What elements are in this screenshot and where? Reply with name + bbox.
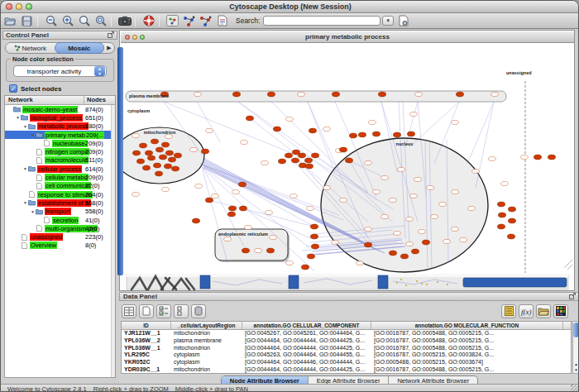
network-node-outline[interactable] bbox=[406, 217, 414, 221]
zoom-fit-icon[interactable] bbox=[93, 14, 108, 27]
tree-row[interactable]: ▼establishment of lo558(0) bbox=[5, 198, 115, 207]
network-node-outline[interactable] bbox=[501, 181, 509, 185]
table-column-header[interactable]: annotation.GO MOLECULAR_FUNCTION bbox=[371, 322, 563, 329]
tree-row[interactable]: secretion41(0) bbox=[5, 216, 115, 224]
network-node[interactable] bbox=[400, 254, 408, 259]
unselect-attributes-icon[interactable] bbox=[174, 304, 189, 318]
network-node-outline[interactable] bbox=[369, 120, 376, 124]
network-node-outline[interactable] bbox=[323, 127, 331, 131]
network-node[interactable] bbox=[168, 157, 175, 162]
network-frame-icon[interactable] bbox=[165, 14, 179, 27]
network-node-outline[interactable] bbox=[365, 160, 372, 165]
network-node[interactable] bbox=[311, 244, 318, 249]
network-node-outline[interactable] bbox=[332, 240, 339, 244]
network-node-outline[interactable] bbox=[255, 248, 262, 252]
network-node-outline[interactable] bbox=[472, 169, 480, 173]
tree-row[interactable]: cellular metabo209(0) bbox=[5, 173, 115, 181]
network-node[interactable] bbox=[192, 218, 199, 223]
import-folder-icon[interactable] bbox=[536, 304, 551, 318]
disclosure-triangle-icon[interactable]: ▼ bbox=[15, 115, 21, 120]
network-node[interactable] bbox=[132, 151, 140, 155]
float-panel-icon[interactable] bbox=[108, 31, 114, 40]
network-node[interactable] bbox=[161, 142, 169, 147]
attribute-list-icon[interactable] bbox=[501, 304, 516, 318]
layout-blue-icon[interactable] bbox=[182, 14, 196, 27]
network-node-outline[interactable] bbox=[224, 237, 232, 241]
table-scrollbar[interactable]: ▲▼ bbox=[572, 321, 579, 374]
node-color-dropdown[interactable]: transporter activity ▲▼ bbox=[13, 65, 107, 77]
disclosure-triangle-icon[interactable]: ▼ bbox=[22, 166, 28, 171]
disclosure-triangle-icon[interactable]: ▼ bbox=[22, 124, 28, 129]
network-node-outline[interactable] bbox=[381, 175, 389, 179]
network-node[interactable] bbox=[345, 158, 352, 163]
network-node[interactable] bbox=[332, 92, 339, 97]
network-node[interactable] bbox=[497, 224, 505, 229]
network-node[interactable] bbox=[246, 116, 253, 121]
table-column-header[interactable]: annotation.GO CELLULAR_COMPONENT bbox=[242, 322, 371, 329]
network-node-outline[interactable] bbox=[190, 147, 198, 151]
network-node[interactable] bbox=[153, 163, 160, 168]
network-node[interactable] bbox=[159, 155, 166, 160]
network-node-outline[interactable] bbox=[460, 237, 467, 241]
network-node[interactable] bbox=[393, 132, 400, 137]
network-node[interactable] bbox=[205, 198, 213, 203]
select-attributes-icon[interactable] bbox=[156, 304, 171, 318]
network-node-outline[interactable] bbox=[410, 112, 418, 116]
network-node[interactable] bbox=[151, 139, 158, 144]
network-node-outline[interactable] bbox=[431, 214, 438, 218]
network-node[interactable] bbox=[534, 155, 541, 160]
network-node-outline[interactable] bbox=[195, 184, 203, 188]
network-node[interactable] bbox=[339, 147, 347, 152]
network-node-outline[interactable] bbox=[427, 185, 434, 189]
network-node[interactable] bbox=[498, 213, 505, 218]
network-node[interactable] bbox=[156, 147, 163, 152]
network-node[interactable] bbox=[310, 224, 318, 229]
tree-row[interactable]: mosaic-demo-yeast874(0) bbox=[5, 105, 115, 113]
network-node[interactable] bbox=[155, 171, 162, 176]
tree-row[interactable]: unassigned223(0) bbox=[5, 232, 115, 241]
network-node[interactable] bbox=[349, 133, 356, 138]
network-node-outline[interactable] bbox=[132, 192, 140, 196]
network-node-outline[interactable] bbox=[452, 227, 459, 231]
network-node-outline[interactable] bbox=[323, 185, 331, 189]
network-node-outline[interactable] bbox=[356, 261, 364, 265]
network-node[interactable] bbox=[310, 234, 318, 239]
network-canvas[interactable]: plasma membranecytoplasmmitochondrionnuc… bbox=[121, 43, 574, 274]
zoom-selected-icon[interactable] bbox=[77, 14, 91, 27]
table-column-header[interactable]: ID bbox=[122, 322, 171, 329]
layout-red-icon[interactable] bbox=[199, 14, 213, 27]
network-node-outline[interactable] bbox=[398, 167, 405, 171]
network-node-outline[interactable] bbox=[365, 227, 372, 231]
tree-row[interactable]: Overview8(0) bbox=[5, 241, 115, 250]
network-node[interactable] bbox=[145, 151, 152, 155]
table-row[interactable]: YJR121W__1mitochondrion[GO:0045267, GO:0… bbox=[122, 330, 571, 337]
network-node[interactable] bbox=[267, 92, 275, 97]
disclosure-triangle-icon[interactable]: ▼ bbox=[30, 132, 36, 137]
network-node[interactable] bbox=[309, 128, 316, 133]
network-node[interactable] bbox=[508, 207, 515, 212]
tree-row[interactable]: ▼metabolic process280(0) bbox=[5, 122, 115, 131]
open-folder-icon[interactable] bbox=[3, 14, 17, 27]
view-minimize-button[interactable] bbox=[132, 35, 137, 40]
annotation-page-icon[interactable] bbox=[215, 14, 229, 27]
network-node[interactable] bbox=[389, 251, 396, 256]
network-node-outline[interactable] bbox=[439, 202, 447, 206]
view-zoom-button[interactable] bbox=[140, 35, 145, 40]
network-node[interactable] bbox=[378, 92, 385, 97]
network-node-outline[interactable] bbox=[241, 140, 248, 144]
view-left-scrollbar[interactable] bbox=[117, 47, 123, 275]
tree-row[interactable]: macromolecule311(0) bbox=[5, 156, 115, 165]
table-row[interactable]: YKR052Ccytoplasm[GO:0044464, GO:0044446,… bbox=[122, 359, 571, 366]
network-node[interactable] bbox=[311, 153, 318, 158]
network-node[interactable] bbox=[174, 153, 181, 158]
network-node-outline[interactable] bbox=[245, 225, 252, 229]
tree-row[interactable]: ▼primary metabo209(... bbox=[5, 131, 115, 139]
network-node-outline[interactable] bbox=[298, 92, 305, 96]
help-lifering-icon[interactable] bbox=[141, 14, 156, 27]
network-node[interactable] bbox=[299, 163, 306, 168]
table-scrollbar-thumb[interactable] bbox=[573, 323, 579, 337]
network-node-outline[interactable] bbox=[452, 189, 459, 194]
network-node[interactable] bbox=[292, 150, 299, 155]
network-node[interactable] bbox=[266, 248, 274, 253]
disclosure-triangle-icon[interactable]: ▼ bbox=[22, 200, 28, 205]
